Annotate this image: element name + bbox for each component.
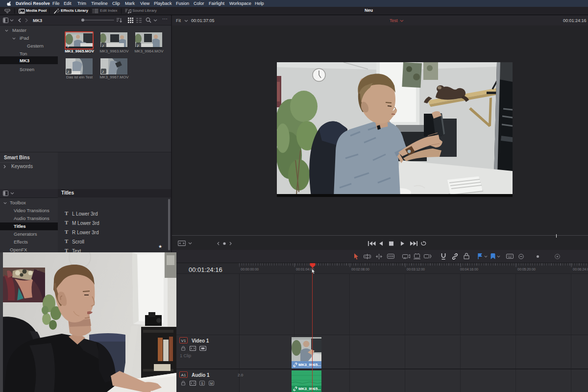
svg-text:♪: ♪ xyxy=(67,69,70,74)
svg-text:♪: ♪ xyxy=(102,43,104,48)
svg-text:♪: ♪ xyxy=(102,69,104,74)
svg-text:♪: ♪ xyxy=(67,44,70,49)
svg-text:♪: ♪ xyxy=(137,43,139,48)
